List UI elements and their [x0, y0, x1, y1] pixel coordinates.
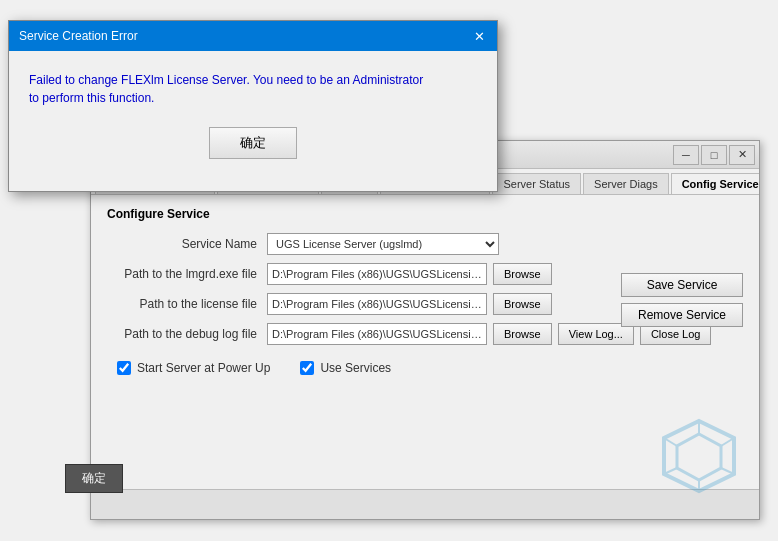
tab-config-services[interactable]: Config Services: [671, 173, 759, 195]
use-services-checkbox-item: Use Services: [300, 361, 391, 375]
checkboxes-row: Start Server at Power Up Use Services: [107, 361, 743, 375]
lmgrd-browse-button[interactable]: Browse: [493, 263, 552, 285]
minimize-button[interactable]: ─: [673, 145, 699, 165]
start-server-checkbox[interactable]: [117, 361, 131, 375]
license-label: Path to the license file: [107, 297, 267, 311]
background-ok-button[interactable]: 确定: [65, 464, 123, 493]
debug-label: Path to the debug log file: [107, 327, 267, 341]
service-name-control-group: UGS License Server (ugslmd): [267, 233, 499, 255]
service-name-label: Service Name: [107, 237, 267, 251]
tab-server-status[interactable]: Server Status: [492, 173, 581, 194]
save-service-button[interactable]: Save Service: [621, 273, 743, 297]
config-content: Configure Service Save Service Remove Se…: [91, 195, 759, 387]
remove-service-button[interactable]: Remove Service: [621, 303, 743, 327]
confirm-button[interactable]: 确定: [209, 127, 297, 159]
main-close-button[interactable]: ✕: [729, 145, 755, 165]
error-close-button[interactable]: ✕: [467, 26, 491, 46]
watermark: [659, 416, 739, 499]
maximize-button[interactable]: □: [701, 145, 727, 165]
error-dialog-title: Service Creation Error: [19, 29, 138, 43]
service-name-select[interactable]: UGS License Server (ugslmd): [267, 233, 499, 255]
use-services-label: Use Services: [320, 361, 391, 375]
license-browse-button[interactable]: Browse: [493, 293, 552, 315]
error-titlebar: Service Creation Error ✕: [9, 21, 497, 51]
error-body: Failed to change FLEXlm License Server. …: [9, 51, 497, 191]
error-message-line2: to perform this function.: [29, 91, 154, 105]
lmgrd-label: Path to the lmgrd.exe file: [107, 267, 267, 281]
config-section-title: Configure Service: [107, 207, 743, 221]
use-services-checkbox[interactable]: [300, 361, 314, 375]
debug-browse-button[interactable]: Browse: [493, 323, 552, 345]
titlebar-controls: ─ □ ✕: [673, 145, 755, 165]
lmgrd-control-group: Browse: [267, 263, 552, 285]
license-input[interactable]: [267, 293, 487, 315]
start-server-checkbox-item: Start Server at Power Up: [117, 361, 270, 375]
svg-marker-1: [677, 434, 721, 480]
license-control-group: Browse: [267, 293, 552, 315]
error-message: Failed to change FLEXlm License Server. …: [29, 71, 477, 107]
lmgrd-input[interactable]: [267, 263, 487, 285]
start-server-label: Start Server at Power Up: [137, 361, 270, 375]
debug-input[interactable]: [267, 323, 487, 345]
right-buttons: Save Service Remove Service: [621, 273, 743, 327]
service-name-row: Service Name UGS License Server (ugslmd): [107, 233, 743, 255]
error-footer: 确定: [29, 127, 477, 175]
error-message-line1: Failed to change FLEXlm License Server. …: [29, 73, 423, 87]
error-dialog: Service Creation Error ✕ Failed to chang…: [8, 20, 498, 192]
tab-server-diags[interactable]: Server Diags: [583, 173, 669, 194]
main-window: FLEXlm License Server ─ □ ✕ Service/Lice…: [90, 140, 760, 520]
